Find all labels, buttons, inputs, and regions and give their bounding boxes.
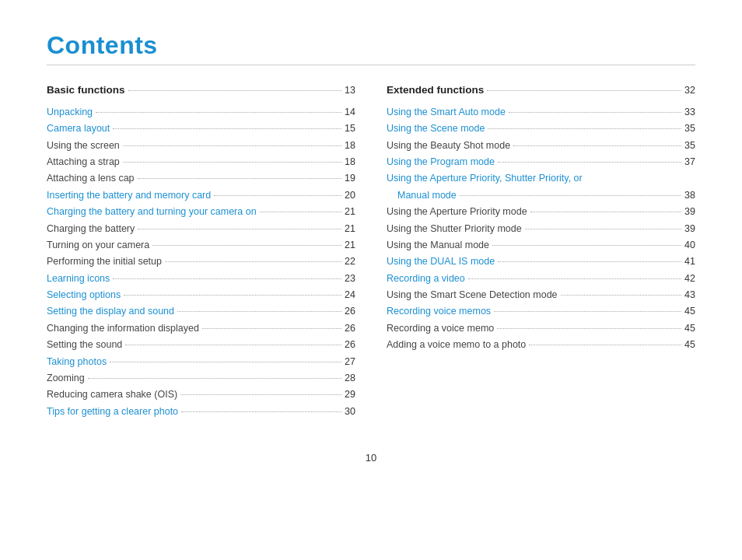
right-item-label-12: Recording voice memos <box>387 304 491 319</box>
left-item-label-13: Changing the information displayed <box>47 321 199 336</box>
right-item-label-5: Manual mode <box>397 188 457 203</box>
right-item-dots-5 <box>460 195 681 196</box>
left-toc-item: Zooming28 <box>47 371 355 386</box>
left-toc-item: Setting the sound26 <box>47 338 355 352</box>
right-toc-item: Adding a voice memo to a photo45 <box>387 338 695 352</box>
left-toc-item: Attaching a lens cap19 <box>47 171 355 186</box>
right-toc-item: Using the Manual mode40 <box>387 238 695 253</box>
right-item-label-11: Using the Smart Scene Detection mode <box>387 288 558 303</box>
left-item-page-14: 26 <box>345 338 355 352</box>
right-item-dots-9 <box>498 261 681 262</box>
left-item-label-5: Inserting the battery and memory card <box>47 188 211 203</box>
left-toc-item: Tips for getting a clearer photo30 <box>47 404 355 419</box>
right-item-page-9: 41 <box>684 254 695 269</box>
right-item-dots-7 <box>525 229 681 229</box>
right-item-page-14: 45 <box>684 338 695 352</box>
right-item-page-13: 45 <box>684 321 695 336</box>
right-toc-item: Using the DUAL IS mode41 <box>387 254 695 269</box>
left-toc-item: Attaching a strap18 <box>47 155 355 170</box>
left-item-dots-0 <box>96 112 341 113</box>
right-item-label-6: Using the Aperture Priority mode <box>387 205 527 219</box>
left-item-label-15: Taking photos <box>47 355 107 369</box>
right-item-page-3: 37 <box>684 155 695 170</box>
right-item-dots-3 <box>498 162 681 163</box>
right-item-label-3: Using the Program mode <box>387 155 495 170</box>
right-toc-item: Using the Smart Scene Detection mode43 <box>387 288 695 303</box>
right-item-page-7: 39 <box>684 222 695 236</box>
right-toc-item: Recording a video42 <box>387 271 695 286</box>
right-section-dots <box>487 90 681 91</box>
right-item-page-5: 38 <box>684 188 695 203</box>
left-item-label-4: Attaching a lens cap <box>47 171 135 186</box>
right-item-label-2: Using the Beauty Shot mode <box>387 138 510 153</box>
right-item-label-13: Recording a voice memo <box>387 321 494 336</box>
right-item-label-14: Adding a voice memo to a photo <box>387 338 526 352</box>
right-item-label-1: Using the Scene mode <box>387 121 485 136</box>
right-item-label-9: Using the DUAL IS mode <box>387 254 495 269</box>
right-item-dots-14 <box>529 345 681 345</box>
right-toc-item: Using the Aperture Priority mode39 <box>387 205 695 219</box>
left-item-dots-17 <box>180 394 341 395</box>
left-item-dots-10 <box>113 278 341 279</box>
right-item-dots-6 <box>530 212 681 212</box>
left-item-dots-4 <box>138 178 342 179</box>
left-item-page-7: 21 <box>345 222 355 236</box>
left-item-dots-3 <box>123 162 341 163</box>
left-item-dots-12 <box>177 311 341 312</box>
left-toc-item: Setting the display and sound26 <box>47 304 355 319</box>
right-item-page-10: 42 <box>684 271 695 286</box>
left-item-page-16: 28 <box>345 371 355 386</box>
right-item-page-11: 43 <box>684 288 695 303</box>
left-column: Basic functions 13 Unpacking14Camera lay… <box>47 82 355 421</box>
page-title: Contents <box>47 31 695 60</box>
left-item-dots-1 <box>113 128 341 129</box>
page-footer: 10 <box>47 452 695 464</box>
right-item-label-0: Using the Smart Auto mode <box>387 105 506 120</box>
left-toc-item: Selecting options24 <box>47 288 355 303</box>
left-toc-item: Charging the battery21 <box>47 222 355 236</box>
right-item-page-1: 35 <box>684 121 695 136</box>
left-toc-item: Charging the battery and turning your ca… <box>47 205 355 219</box>
left-item-label-3: Attaching a strap <box>47 155 120 170</box>
left-item-label-17: Reducing camera shake (OIS) <box>47 387 177 402</box>
left-item-page-15: 27 <box>345 355 355 369</box>
right-section-label: Extended functions <box>387 82 484 99</box>
right-section-page: 32 <box>684 83 695 98</box>
left-item-page-3: 18 <box>345 155 355 170</box>
left-item-label-6: Charging the battery and turning your ca… <box>47 205 257 219</box>
left-item-dots-7 <box>138 229 341 229</box>
left-item-dots-14 <box>125 345 341 345</box>
right-item-dots-0 <box>509 112 681 113</box>
left-item-label-1: Camera layout <box>47 121 110 136</box>
left-item-page-11: 24 <box>345 288 355 303</box>
right-toc-item: Using the Shutter Priority mode39 <box>387 222 695 236</box>
left-item-dots-8 <box>152 245 341 246</box>
left-item-label-9: Performing the initial setup <box>47 254 162 269</box>
left-toc-item: Unpacking14 <box>47 105 355 120</box>
left-item-dots-5 <box>214 195 341 196</box>
right-item-page-0: 33 <box>684 105 695 120</box>
right-item-page-8: 40 <box>684 238 695 253</box>
left-item-page-0: 14 <box>345 105 355 120</box>
left-item-label-14: Setting the sound <box>47 338 122 352</box>
right-toc-item: Using the Smart Auto mode33 <box>387 105 695 120</box>
left-section-header: Basic functions 13 <box>47 82 355 103</box>
right-item-page-2: 35 <box>684 138 695 153</box>
left-item-page-10: 23 <box>345 271 355 286</box>
left-item-page-2: 18 <box>345 138 355 153</box>
right-item-dots-1 <box>488 128 681 129</box>
left-item-dots-16 <box>88 378 341 379</box>
right-item-dots-2 <box>513 145 681 146</box>
left-item-page-12: 26 <box>345 304 355 319</box>
left-item-dots-13 <box>202 328 341 329</box>
right-item-label-4: Using the Aperture Priority, Shutter Pri… <box>387 171 583 186</box>
right-toc-item: Using the Aperture Priority, Shutter Pri… <box>387 171 695 186</box>
right-item-label-8: Using the Manual mode <box>387 238 489 253</box>
left-item-page-5: 20 <box>345 188 355 203</box>
right-item-page-6: 39 <box>684 205 695 219</box>
left-item-dots-15 <box>110 362 341 362</box>
left-item-label-0: Unpacking <box>47 105 93 120</box>
right-item-dots-13 <box>497 328 681 329</box>
toc-layout: Basic functions 13 Unpacking14Camera lay… <box>47 82 695 421</box>
left-item-label-12: Setting the display and sound <box>47 304 174 319</box>
